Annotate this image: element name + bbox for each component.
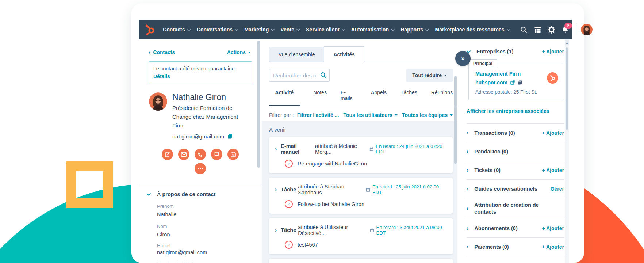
- activity-due-date[interactable]: En retard : 24 juin 2021 à 07:20 EDT: [369, 144, 445, 155]
- email-button[interactable]: [178, 149, 189, 160]
- field-value: Giron: [157, 232, 262, 237]
- search-icon[interactable]: [517, 26, 531, 33]
- chevron-down-icon: [271, 29, 275, 31]
- nav-item-service-client[interactable]: Service client: [306, 27, 345, 33]
- external-link-icon[interactable]: [510, 80, 515, 85]
- copy-icon[interactable]: [518, 80, 522, 85]
- activity-subtabs: Activité Notes E-mails Appels Tâches Réu…: [269, 89, 453, 106]
- nav-item-label: Marketplace des ressources: [435, 27, 504, 33]
- calendar-button[interactable]: 18: [227, 149, 239, 160]
- nav-item-rapports[interactable]: Rapports: [400, 27, 429, 33]
- activity-due-date[interactable]: En retard : 25 juin 2021 à 02:00 EDT: [366, 184, 445, 195]
- task-complete-checkbox[interactable]: ✓: [285, 160, 293, 168]
- expand-chevron-icon[interactable]: ›: [467, 149, 468, 154]
- section-guides: › Guides conversationnels Gérer: [467, 179, 564, 198]
- notification-badge: 2: [564, 23, 572, 29]
- contact-identity: Nathalie Giron Présidente Formation de C…: [172, 92, 247, 140]
- tab-activites[interactable]: Activités: [324, 46, 364, 62]
- subtab-taches[interactable]: Tâches: [400, 89, 417, 101]
- task-title[interactable]: test4567: [298, 242, 318, 248]
- expand-chevron-icon[interactable]: ›: [467, 131, 468, 135]
- search-icon[interactable]: [320, 72, 326, 78]
- hubspot-logo-icon[interactable]: [144, 24, 156, 35]
- marketplace-icon[interactable]: [531, 26, 545, 33]
- settings-gear-icon[interactable]: [545, 26, 559, 34]
- meeting-button[interactable]: [211, 149, 222, 160]
- field-value: nat.giron@gmail.com: [157, 249, 262, 255]
- expand-chevron-icon[interactable]: ›: [467, 168, 468, 172]
- expand-chevron-icon[interactable]: ›: [467, 226, 468, 230]
- activity-type[interactable]: Tâche: [281, 187, 296, 193]
- activity-type[interactable]: E-mail manuel: [281, 143, 313, 155]
- notifications-bell-icon[interactable]: 2: [559, 26, 572, 33]
- left-panel-scrollbar[interactable]: [257, 41, 260, 168]
- about-contact-header[interactable]: À propos de ce contact: [147, 191, 262, 197]
- quarantine-details-link[interactable]: Détails: [153, 73, 170, 79]
- contact-profile: Nathalie Giron Présidente Formation de C…: [149, 92, 258, 140]
- field-label: Nom: [157, 224, 262, 229]
- scroll-up-arrow[interactable]: ▲: [565, 40, 569, 45]
- nav-item-marketing[interactable]: Marketing: [244, 27, 275, 33]
- subtab-notes[interactable]: Notes: [313, 89, 327, 101]
- chevron-down-icon: [296, 29, 300, 31]
- filter-teams-label: Toutes les équipes: [402, 112, 448, 118]
- collapse-all-button[interactable]: Tout réduire: [406, 69, 453, 82]
- company-name-link[interactable]: Management Firm: [475, 71, 558, 77]
- subtab-appels[interactable]: Appels: [371, 89, 387, 101]
- subtab-emails[interactable]: E-mails: [341, 89, 357, 101]
- contact-job-title: Présidente Formation de Change chez Mana…: [172, 104, 247, 130]
- expand-chevron-icon[interactable]: ›: [275, 228, 277, 233]
- section-divider: [139, 184, 262, 184]
- activity-card: › Tâche attribuée à Utilisateur Désactiv…: [269, 218, 453, 254]
- nav-item-label: Marketing: [244, 27, 269, 33]
- expand-chevron-icon[interactable]: ›: [467, 245, 468, 249]
- add-company-button[interactable]: + Ajouter: [542, 49, 564, 54]
- nav-item-contacts[interactable]: Contacts: [163, 27, 191, 33]
- task-title[interactable]: Re-engage withNathalieGiron: [298, 161, 367, 167]
- filter-users-dropdown[interactable]: Tous les utilisateurs: [343, 112, 397, 118]
- actions-dropdown-button[interactable]: Actions: [227, 49, 251, 55]
- activity-assignee: attribuée à Stephan Sandhaus: [298, 184, 365, 195]
- manage-guides-button[interactable]: Gérer: [551, 186, 564, 192]
- expand-chevron-icon[interactable]: ›: [467, 206, 468, 211]
- add-subscription-button[interactable]: + Ajouter: [542, 225, 564, 231]
- company-domain-link[interactable]: hubspot.com: [475, 80, 507, 85]
- expand-chevron-icon[interactable]: ›: [275, 187, 277, 192]
- right-panel-scrollbar[interactable]: [566, 47, 568, 130]
- calendar-icon: [369, 147, 374, 152]
- filter-teams-dropdown[interactable]: Toutes les équipes: [402, 112, 453, 118]
- user-avatar[interactable]: [581, 24, 593, 35]
- filter-activity-link[interactable]: Filtrer l'activité ...: [297, 112, 339, 118]
- call-button[interactable]: [195, 149, 206, 160]
- tab-vue-densemble[interactable]: Vue d'ensemble: [269, 47, 324, 62]
- nav-item-marketplace[interactable]: Marketplace des ressources: [435, 27, 510, 33]
- add-payment-button[interactable]: + Ajouter: [542, 244, 564, 250]
- main-tabs: Vue d'ensemble Activités: [269, 46, 453, 62]
- nav-item-conversations[interactable]: Conversations: [197, 27, 239, 33]
- chevron-down-icon: [187, 29, 191, 31]
- subtab-reunions[interactable]: Réunions: [431, 89, 453, 101]
- sidebar-expand-button[interactable]: »: [455, 51, 471, 66]
- nav-item-vente[interactable]: Vente: [280, 27, 300, 33]
- task-complete-checkbox[interactable]: ✓: [285, 200, 293, 208]
- expand-chevron-icon[interactable]: ›: [275, 146, 277, 152]
- nav-item-automatisation[interactable]: Automatisation: [351, 27, 395, 33]
- more-actions-button[interactable]: [195, 163, 206, 174]
- add-ticket-button[interactable]: + Ajouter: [542, 167, 564, 173]
- activity-due-date[interactable]: En retard : 3 août 2021 à 08:00 EDT: [370, 225, 445, 236]
- center-panel-scrollbar[interactable]: [454, 76, 457, 164]
- task-complete-checkbox[interactable]: ✓: [285, 241, 293, 249]
- chevron-down-icon: [147, 193, 151, 196]
- view-associated-companies-link[interactable]: Afficher les entreprises associées: [467, 108, 564, 114]
- expand-chevron-icon[interactable]: ›: [467, 187, 468, 191]
- back-to-contacts-link[interactable]: ‹Contacts: [149, 49, 175, 55]
- add-transaction-button[interactable]: + Ajouter: [542, 130, 564, 136]
- note-button[interactable]: [162, 149, 173, 160]
- activity-card: › E-mail manuel attribué à Melanie Morg.…: [269, 137, 453, 173]
- subtab-activite[interactable]: Activité: [269, 89, 299, 101]
- task-title[interactable]: Follow-up bei Nathalie Giron: [298, 201, 364, 207]
- copy-icon[interactable]: [227, 134, 233, 139]
- section-title: Tickets (0): [474, 167, 500, 174]
- activity-type[interactable]: Tâche: [281, 227, 296, 233]
- filter-users-label: Tous les utilisateurs: [343, 112, 392, 118]
